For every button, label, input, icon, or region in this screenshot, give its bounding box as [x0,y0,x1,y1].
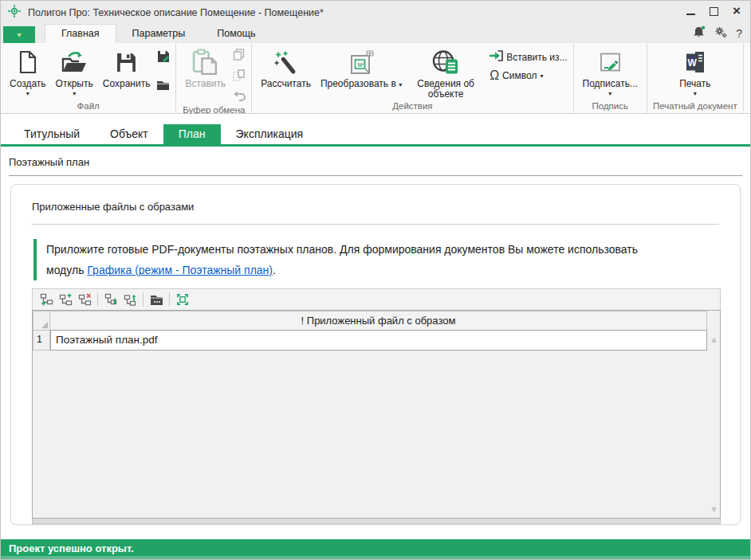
chevron-down-icon: ▾ [26,90,29,97]
chevron-down-icon: ▾ [17,31,21,39]
save-as-icon[interactable] [157,49,170,65]
expand-editor-button[interactable] [173,291,192,308]
ribbon-tab-main[interactable]: Главная [45,24,116,43]
maximize-button[interactable] [710,7,718,16]
globe-info-icon [432,47,459,77]
new-document-icon [18,47,37,77]
svg-text:м²: м² [358,60,365,68]
tab-plan[interactable]: План [163,124,221,144]
chevron-down-icon: ▾ [540,72,543,80]
save-button[interactable]: Сохранить [98,45,155,89]
undo-icon[interactable] [232,90,246,104]
convert-to-button[interactable]: м² Преобразовать в ▾ [316,45,407,90]
group-label-signature: Подпись [578,100,643,113]
tab-eksplikatsiya[interactable]: Экспликация [221,124,319,144]
copy-icon[interactable] [233,49,245,64]
section-divider [9,175,742,176]
paste-button[interactable]: Вставить [180,45,230,89]
open-folder-icon [61,47,87,77]
insert-from-button[interactable]: Вставить из... [490,50,567,64]
files-grid: ! Приложенный файл с образом 1 Поэтажный… [32,288,721,524]
save-floppy-icon [116,47,137,77]
grid-toolbar [32,288,721,310]
tab-objekt[interactable]: Объект [95,124,163,144]
file-name-cell[interactable]: Поэтажный план.pdf [50,330,707,350]
row-number-cell[interactable]: 1 [33,331,50,350]
horizontal-scrollbar[interactable] [32,519,721,524]
room-m2-icon: м² [348,47,375,77]
panel-divider [32,224,719,225]
svg-text:W: W [687,57,697,69]
grafika-module-link[interactable]: Графика (режим - Поэтажный план) [87,264,273,276]
sign-document-icon [598,47,622,77]
group-label-print: Печатный документ [651,100,739,113]
ribbon-tab-parameters[interactable]: Параметры [116,25,202,43]
attach-file-button[interactable] [147,291,166,308]
insert-from-icon [490,50,503,64]
panel-title: Приложенные файлы с образами [32,201,719,213]
sign-button[interactable]: Подписать... ▾ [578,45,643,97]
ribbon-tab-help[interactable]: Помощь [201,25,271,43]
open-button[interactable]: Открыть ▾ [51,45,98,97]
group-label-actions: Действия [256,100,568,113]
object-info-button[interactable]: Сведения об объекте [407,45,485,100]
add-row-button[interactable] [37,291,56,308]
window-title: Полигон Про: Техническое описание Помеще… [28,7,324,18]
table-column-header[interactable]: ! Приложенный файл с образом [50,311,707,331]
group-label-file: Файл [5,100,171,113]
notifications-bell-icon[interactable] [693,25,706,41]
ribbon-group-clipboard: Вставить Буфер обмена [176,43,252,113]
tab-titulny[interactable]: Титульный [9,124,95,144]
move-row-down-button[interactable] [101,291,120,308]
scroll-up-icon[interactable]: ▲ [710,335,718,344]
omega-icon: Ω [490,70,499,81]
titlebar: Полигон Про: Техническое описание Помеще… [1,1,750,25]
delete-row-button[interactable] [75,291,94,308]
table-corner-cell[interactable] [33,311,50,331]
app-window: Полигон Про: Техническое описание Помеще… [0,0,751,560]
toolbar-separator [143,292,144,307]
app-menu-button[interactable]: ▾ [3,26,35,43]
files-table: ! Приложенный файл с образом 1 Поэтажный… [33,311,707,350]
open-recent-folder-icon[interactable] [156,80,170,94]
word-document-icon: W [685,47,706,77]
magic-wand-icon [273,47,298,77]
grid-table-area: ! Приложенный файл с образом 1 Поэтажный… [32,310,721,519]
status-bar: Проект успешно открыт. [1,539,750,559]
attached-files-panel: Приложенные файлы с образами Приложите г… [10,184,741,525]
ribbon: Создать ▾ Открыть ▾ Сохранить [1,43,750,114]
chevron-down-icon: ▾ [608,90,611,97]
settings-gear-icon[interactable] [714,26,727,41]
chevron-down-icon: ▾ [399,81,402,88]
main-area: Поэтажный план Приложенные файлы с образ… [1,147,750,539]
toolbar-separator [97,292,98,307]
close-button[interactable]: × [733,6,741,17]
ribbon-group-signature: Подписать... ▾ Подпись [574,43,647,113]
ribbon-group-print: W Печать ▾ Печатный документ [647,43,744,113]
document-tabs: Титульный Объект План Экспликация [1,114,750,147]
info-text-line2: модуль [46,264,87,276]
minimize-button[interactable] [686,14,695,15]
paste-special-icon[interactable] [233,69,245,84]
ribbon-group-file: Создать ▾ Открыть ▾ Сохранить [1,43,176,113]
section-title: Поэтажный план [9,156,750,168]
status-message: Проект успешно открыт. [9,542,134,554]
table-header-row: ! Приложенный файл с образом [33,311,707,331]
chevron-down-icon: ▾ [73,90,76,97]
help-icon[interactable]: ? [736,27,742,40]
table-row: 1 Поэтажный план.pdf [33,331,707,350]
chevron-down-icon: ▾ [694,90,697,97]
info-text-line1: Приложите готовые PDF-документы поэтажны… [46,243,638,256]
calculate-button[interactable]: Рассчитать [256,45,316,89]
toolbar-separator [169,292,170,307]
insert-row-button[interactable] [56,291,75,308]
move-row-up-button[interactable] [120,291,140,308]
create-button[interactable]: Создать ▾ [5,45,51,97]
info-note: Приложите готовые PDF-документы поэтажны… [33,239,719,280]
print-button[interactable]: W Печать ▾ [674,45,715,97]
symbol-button[interactable]: Ω Символ ▾ [490,70,567,81]
scroll-down-icon[interactable]: ▼ [710,504,718,514]
paste-clipboard-icon [192,47,218,77]
ribbon-group-actions: Рассчитать м² Преобразовать в ▾ Сведения… [252,43,573,113]
app-logo-icon [7,4,22,22]
